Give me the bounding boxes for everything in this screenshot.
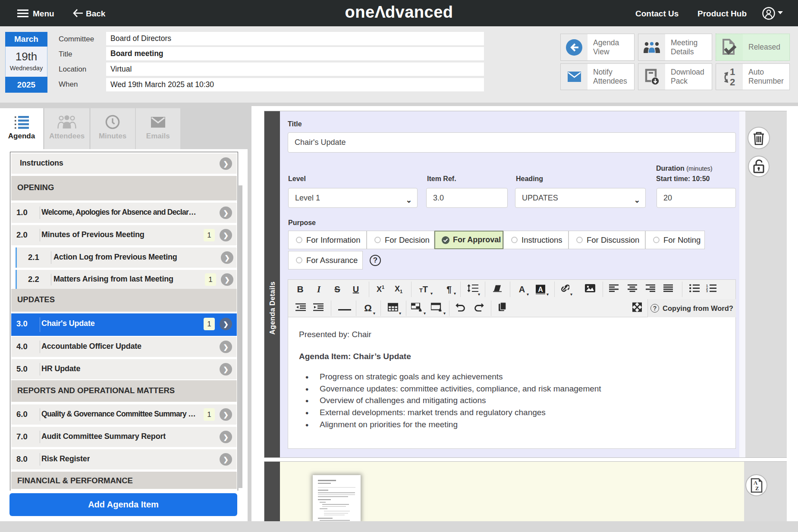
svg-text:A: A xyxy=(754,480,757,486)
svg-text:1: 1 xyxy=(730,67,735,77)
svg-text:3: 3 xyxy=(706,290,708,292)
svg-text:Z: Z xyxy=(755,485,759,491)
svg-text:2: 2 xyxy=(730,77,735,86)
